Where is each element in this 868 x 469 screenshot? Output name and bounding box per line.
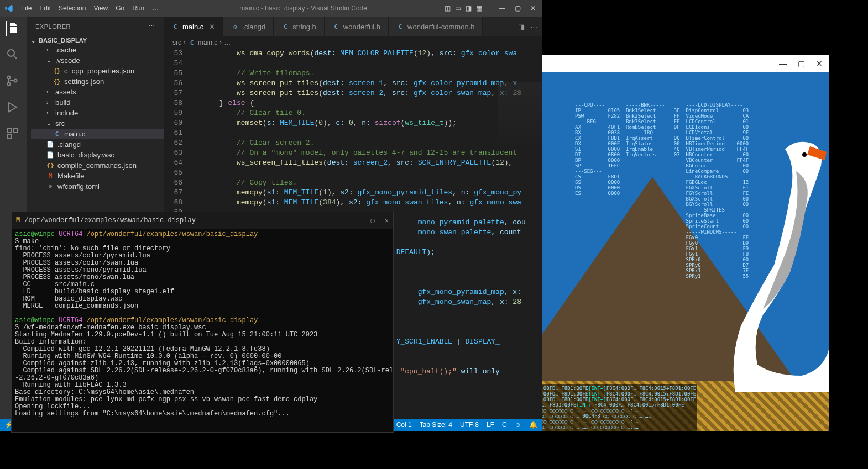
project-name: BASIC_DISPLAY [39, 37, 87, 44]
tab-close-icon[interactable]: ✕ [209, 23, 215, 31]
tab-string-h[interactable]: Cstring.h [274, 17, 325, 36]
layout-toggle-panel-icon[interactable]: ▭ [455, 4, 461, 12]
window-title: main.c - basic_display - Visual Studio C… [162, 4, 445, 12]
status-encoding[interactable]: UTF-8 [460, 421, 479, 429]
menu-selection[interactable]: Selection [55, 4, 89, 12]
breadcrumb-item[interactable]: src [172, 39, 181, 46]
emulator-titlebar[interactable]: — ▢ ✕ [542, 55, 829, 72]
svg-point-3 [8, 83, 11, 86]
extensions-icon[interactable] [6, 127, 21, 143]
vscode-icon [4, 4, 13, 13]
tab-wonderful-h[interactable]: Cwonderful.h [325, 17, 389, 36]
tree-item-build[interactable]: ›build [31, 97, 164, 108]
terminal-titlebar[interactable]: M /opt/wonderful/examples/wswan/basic_di… [12, 212, 393, 229]
debug-trace: …:00FD… F8D1:00FE[INT+]F8C4:000F… F8C4:0… [542, 384, 697, 431]
tree-item-makefile[interactable]: MMakefile [31, 171, 164, 181]
tree-item--vscode[interactable]: ⌄.vscode [31, 55, 164, 66]
menu-edit[interactable]: Edit [36, 4, 54, 12]
terminal-minimize-button[interactable]: — [357, 217, 360, 225]
run-debug-icon[interactable] [6, 101, 21, 116]
layout-toggle-secondary-icon[interactable]: ◨ [466, 4, 472, 12]
status-language[interactable]: C [502, 421, 507, 429]
svg-rect-5 [7, 129, 11, 133]
file-tree: ›.cache⌄.vscode{}c_cpp_properties.json{}… [27, 45, 164, 192]
editor-tabs: Cmain.c✕⚙.clangdCstring.hCwonderful.hCwo… [164, 17, 542, 36]
tree-item--clangd[interactable]: 📄.clangd [31, 139, 164, 150]
layout-customize-icon[interactable]: ▦ [476, 4, 482, 12]
layout-controls: ◫ ▭ ◨ ▦ [445, 4, 482, 12]
emulator-maximize-button[interactable]: ▢ [798, 59, 805, 68]
menu-file[interactable]: File [18, 4, 35, 12]
menu-bar: File Edit Selection View Go Run … [18, 4, 162, 12]
svg-point-0 [8, 50, 14, 56]
explorer-icon[interactable] [6, 21, 21, 36]
svg-point-8 [802, 152, 807, 157]
minimap[interactable] [498, 82, 542, 148]
menu-more[interactable]: … [149, 4, 162, 12]
tree-item-compile-commands-json[interactable]: {}compile_commands.json [31, 160, 164, 171]
search-icon[interactable] [6, 48, 21, 63]
explorer-more-icon[interactable]: ⋯ [149, 23, 155, 30]
svg-rect-6 [13, 129, 17, 133]
msys-icon: M [16, 217, 20, 224]
maximize-button[interactable]: ▢ [513, 4, 522, 12]
emulator-minimize-button[interactable]: — [779, 59, 787, 68]
titlebar: File Edit Selection View Go Run … main.c… [0, 0, 542, 17]
svg-rect-7 [7, 135, 11, 139]
close-button[interactable]: ✕ [529, 4, 537, 12]
emulator-window: — ▢ ✕ ---CPU---- -----BNK----- ----LCD-D… [542, 55, 829, 431]
status-feedback-icon[interactable]: ☺ [515, 421, 521, 429]
terminal-output[interactable]: asie@winpc UCRT64 /opt/wonderful/example… [12, 229, 393, 432]
svg-point-2 [8, 76, 11, 79]
explorer-title: EXPLORER [35, 23, 71, 30]
terminal-window: M /opt/wonderful/examples/wswan/basic_di… [11, 212, 394, 433]
svg-line-1 [14, 56, 17, 59]
tree-item-settings-json[interactable]: {}settings.json [31, 76, 164, 87]
emulator-close-button[interactable]: ✕ [816, 59, 823, 68]
status-bell-icon[interactable]: 🔔 [529, 421, 537, 429]
tree-item-assets[interactable]: ›assets [31, 87, 164, 97]
breadcrumb[interactable]: src › C main.c › … [164, 36, 542, 49]
menu-view[interactable]: View [90, 4, 111, 12]
project-header[interactable]: ⌄ BASIC_DISPLAY [27, 36, 164, 45]
source-control-icon[interactable] [6, 74, 21, 89]
menu-run[interactable]: Run [129, 4, 148, 12]
svg-point-4 [14, 80, 17, 82]
tab-wonderful-common-h[interactable]: Cwonderful-common.h [389, 17, 483, 36]
tree-item-src[interactable]: ⌄src [31, 118, 164, 129]
tab-more-icon[interactable]: ⋯ [530, 23, 537, 31]
emulator-viewport: ---CPU---- -----BNK----- ----LCD-DISPLAY… [542, 72, 829, 431]
layout-toggle-primary-icon[interactable]: ◫ [445, 4, 451, 12]
terminal-maximize-button[interactable]: ▢ [371, 217, 375, 225]
terminal-title-text: /opt/wonderful/examples/wswan/basic_disp… [24, 217, 196, 224]
status-tabsize[interactable]: Tab Size: 4 [420, 421, 452, 429]
tree-item-c-cpp-properties-json[interactable]: {}c_cpp_properties.json [31, 66, 164, 76]
tab-main-c[interactable]: Cmain.c✕ [164, 17, 223, 36]
debug-overlay: ---CPU---- -----BNK----- ----LCD-DISPLAY… [575, 102, 761, 279]
tree-item-include[interactable]: ›include [31, 108, 164, 118]
tree-item-wfconfig-toml[interactable]: ⚙wfconfig.toml [31, 181, 164, 192]
breadcrumb-item[interactable]: … [224, 39, 231, 46]
breadcrumb-item[interactable]: main.c [198, 39, 217, 46]
terminal-close-button[interactable]: ✕ [385, 217, 389, 225]
tree-item-main-c[interactable]: Cmain.c [31, 129, 164, 139]
status-eol[interactable]: LF [487, 421, 494, 429]
minimize-button[interactable]: — [498, 4, 506, 12]
tab--clangd[interactable]: ⚙.clangd [223, 17, 274, 36]
menu-go[interactable]: Go [112, 4, 128, 12]
tree-item--cache[interactable]: ›.cache [31, 45, 164, 55]
tree-item-basic-display-wsc[interactable]: 📄basic_display.wsc [31, 150, 164, 160]
split-editor-icon[interactable]: ◨ [518, 23, 525, 31]
